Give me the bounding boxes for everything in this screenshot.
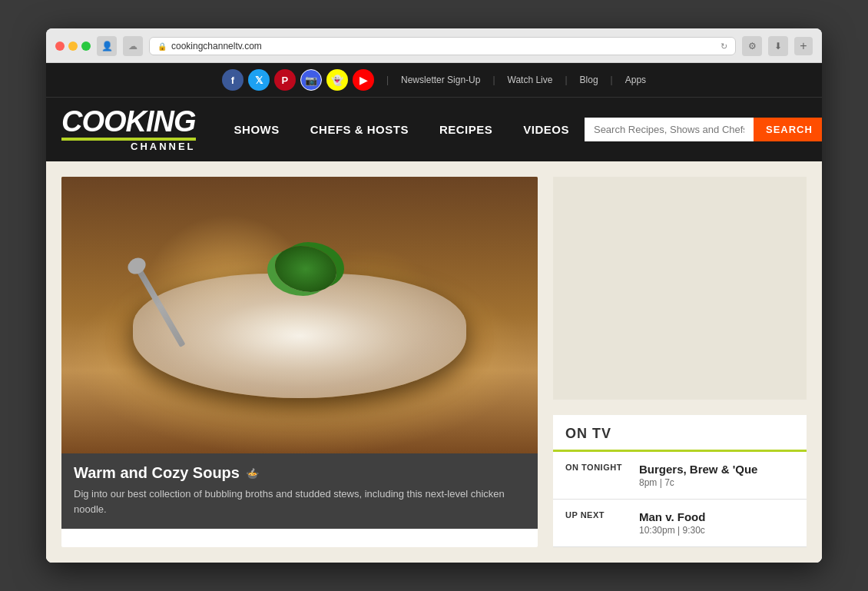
tv-show-tonight: Burgers, Brew & 'Que bbox=[639, 463, 794, 476]
tv-row-tonight: ON TONIGHT Burgers, Brew & 'Que 8pm | 7c bbox=[565, 463, 794, 488]
tv-info-tonight: Burgers, Brew & 'Que 8pm | 7c bbox=[639, 463, 794, 488]
on-tv-title: ON TV bbox=[565, 426, 794, 442]
separator-1: | bbox=[386, 75, 389, 85]
tv-label-tonight: ON TONIGHT bbox=[565, 463, 627, 472]
url-text: cookingchanneltv.com bbox=[171, 41, 262, 51]
logo-cooking-text: COOKING bbox=[61, 107, 196, 136]
browser-settings-icon[interactable]: ⚙ bbox=[742, 36, 762, 56]
twitter-icon[interactable]: 𝕏 bbox=[248, 69, 270, 91]
ad-placeholder bbox=[553, 177, 807, 400]
refresh-icon[interactable]: ↻ bbox=[721, 42, 727, 51]
content-area: Warm and Cozy Soups 🍲 Dig into our best … bbox=[46, 161, 822, 563]
separator-2: | bbox=[492, 75, 495, 85]
nav-chefs-hosts[interactable]: CHEFS & HOSTS bbox=[295, 106, 424, 153]
apps-link[interactable]: Apps bbox=[625, 75, 646, 85]
feature-image bbox=[61, 177, 538, 453]
close-button[interactable] bbox=[55, 42, 65, 51]
minimize-button[interactable] bbox=[68, 42, 78, 51]
separator-3: | bbox=[565, 75, 567, 85]
main-nav-links: SHOWS CHEFS & HOSTS RECIPES VIDEOS bbox=[219, 106, 585, 153]
top-nav-links: | Newsletter Sign-Up | Watch Live | Blog… bbox=[386, 75, 646, 85]
fullscreen-button[interactable] bbox=[81, 42, 91, 51]
tv-info-next: Man v. Food 10:30pm | 9:30c bbox=[639, 510, 794, 536]
youtube-icon[interactable]: ▶ bbox=[353, 69, 374, 91]
tv-label-next: UP NEXT bbox=[565, 510, 627, 520]
pinterest-icon[interactable]: P bbox=[274, 69, 296, 91]
on-tv-box: ON TV ON TONIGHT Burgers, Brew & 'Que 8p… bbox=[553, 415, 807, 547]
tv-listing-next[interactable]: UP NEXT Man v. Food 10:30pm | 9:30c bbox=[553, 500, 807, 547]
feature-title: Warm and Cozy Soups 🍲 bbox=[74, 464, 525, 482]
nav-videos[interactable]: VIDEOS bbox=[508, 106, 585, 153]
tv-time-next: 10:30pm | 9:30c bbox=[639, 525, 794, 536]
sidebar: ON TV ON TONIGHT Burgers, Brew & 'Que 8p… bbox=[553, 177, 807, 547]
tv-row-next: UP NEXT Man v. Food 10:30pm | 9:30c bbox=[565, 510, 794, 536]
top-bar: f 𝕏 P 📷 👻 ▶ | News bbox=[46, 63, 822, 97]
watch-live-link[interactable]: Watch Live bbox=[508, 75, 553, 85]
browser-download-icon[interactable]: ⬇ bbox=[768, 36, 788, 56]
nav-recipes[interactable]: RECIPES bbox=[424, 106, 508, 153]
site-logo[interactable]: COOKING CHANNEL bbox=[61, 98, 196, 161]
social-icons: f 𝕏 P 📷 👻 ▶ bbox=[222, 69, 374, 91]
tv-show-next: Man v. Food bbox=[639, 510, 794, 523]
snapchat-icon[interactable]: 👻 bbox=[326, 69, 348, 91]
address-bar[interactable]: 🔒 cookingchanneltv.com ↻ bbox=[149, 37, 736, 55]
on-tv-header: ON TV bbox=[553, 415, 807, 452]
feature-card[interactable]: Warm and Cozy Soups 🍲 Dig into our best … bbox=[61, 177, 538, 547]
instagram-icon[interactable]: 📷 bbox=[300, 69, 322, 91]
feature-title-icon: 🍲 bbox=[246, 467, 259, 480]
search-input[interactable] bbox=[585, 118, 754, 141]
logo-channel-text: CHANNEL bbox=[61, 141, 196, 152]
blog-link[interactable]: Blog bbox=[580, 75, 598, 85]
feature-caption: Warm and Cozy Soups 🍲 Dig into our best … bbox=[61, 453, 538, 529]
traffic-lights bbox=[55, 42, 91, 51]
bowl-shape bbox=[133, 274, 466, 398]
newsletter-link[interactable]: Newsletter Sign-Up bbox=[401, 75, 480, 85]
tv-listing-tonight[interactable]: ON TONIGHT Burgers, Brew & 'Que 8pm | 7c bbox=[553, 452, 807, 500]
separator-4: | bbox=[611, 75, 613, 85]
lock-icon: 🔒 bbox=[157, 42, 167, 51]
facebook-icon[interactable]: f bbox=[222, 69, 244, 91]
browser-cloud-icon: ☁ bbox=[123, 36, 143, 56]
main-nav: COOKING CHANNEL SHOWS CHEFS & HOSTS RECI… bbox=[46, 97, 822, 161]
site-wrapper: f 𝕏 P 📷 👻 ▶ | News bbox=[46, 63, 822, 563]
search-button[interactable]: SEARCH bbox=[754, 118, 822, 141]
browser-profile-icon: 👤 bbox=[97, 36, 117, 56]
browser-window: 👤 ☁ 🔒 cookingchanneltv.com ↻ ⚙ ⬇ + f 𝕏 P bbox=[46, 28, 822, 563]
nav-shows[interactable]: SHOWS bbox=[219, 106, 295, 153]
feature-description: Dig into our best collection of bubbling… bbox=[74, 486, 525, 516]
new-tab-button[interactable]: + bbox=[794, 37, 813, 55]
search-area: SEARCH bbox=[585, 118, 822, 141]
tv-time-tonight: 8pm | 7c bbox=[639, 477, 794, 488]
browser-chrome: 👤 ☁ 🔒 cookingchanneltv.com ↻ ⚙ ⬇ + bbox=[46, 28, 822, 63]
